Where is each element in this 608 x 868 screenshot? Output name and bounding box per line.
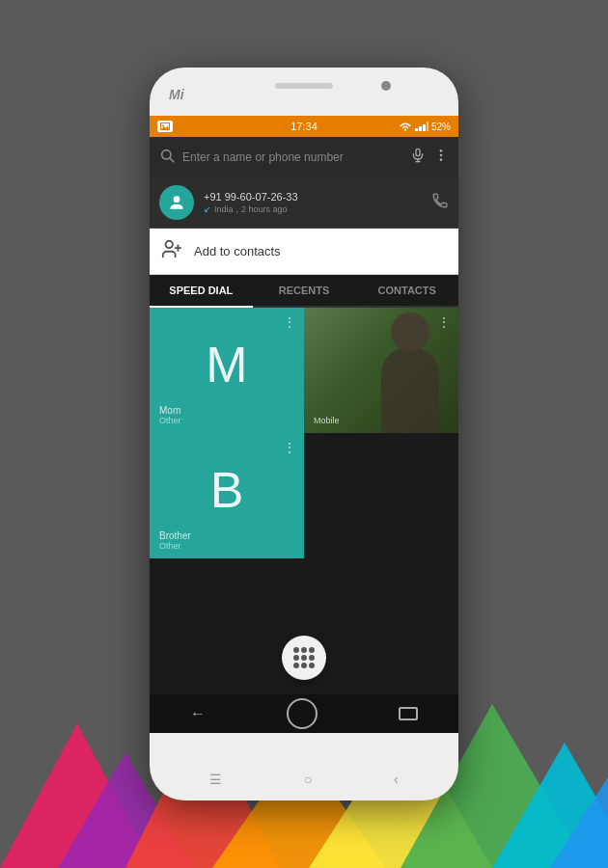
call-phone-icon[interactable]	[431, 192, 449, 213]
status-bar-left	[157, 121, 173, 132]
contact-avatar	[159, 185, 194, 220]
card-type-brother: Other	[159, 541, 294, 551]
empty-card	[304, 433, 458, 558]
svg-point-25	[174, 196, 180, 203]
svg-point-12	[404, 129, 406, 131]
menu-button[interactable]: ☰	[209, 772, 222, 787]
wifi-icon	[399, 122, 412, 131]
tab-speed-dial[interactable]: SPEED DIAL	[150, 275, 253, 306]
more-options-icon[interactable]	[433, 148, 449, 167]
home-button[interactable]	[287, 698, 318, 729]
physical-nav: ☰ ○ ‹	[150, 772, 458, 787]
svg-rect-13	[415, 128, 418, 131]
call-arrow: ↙	[204, 204, 211, 214]
speed-dial-grid: ⋮ M Mom Other ⋮ Mobile ⋮ B Brother Othe	[150, 308, 458, 558]
status-right: 52%	[399, 122, 451, 132]
dial-pad-button[interactable]	[282, 636, 326, 680]
svg-rect-14	[419, 126, 422, 131]
svg-point-22	[440, 149, 443, 152]
svg-rect-19	[416, 149, 420, 155]
add-contact-row[interactable]: Add to contacts	[150, 229, 458, 275]
card-type-photo: Mobile	[314, 416, 340, 425]
tab-contacts[interactable]: CONTACTS	[355, 275, 458, 306]
svg-rect-15	[423, 124, 426, 131]
call-location: India	[214, 204, 234, 214]
svg-line-18	[170, 158, 174, 162]
mi-logo: Mi	[169, 87, 184, 102]
phone-screen: 17:34 52%	[150, 116, 458, 733]
search-icon[interactable]	[159, 148, 175, 167]
card-letter-b: B	[210, 461, 244, 519]
speed-dial-card-brother[interactable]: ⋮ B Brother Other	[150, 433, 304, 558]
card-more-icon[interactable]: ⋮	[283, 315, 296, 329]
search-bar[interactable]: Enter a name or phone number	[150, 137, 458, 177]
svg-point-26	[166, 241, 173, 248]
nav-bar: ←	[150, 694, 458, 733]
search-placeholder[interactable]: Enter a name or phone number	[182, 150, 402, 164]
card-letter-m: M	[206, 336, 247, 393]
tab-recents[interactable]: RECENTS	[253, 275, 356, 306]
battery-level: 52%	[431, 122, 451, 132]
card-name-mom: Mom	[159, 405, 294, 416]
phone-device: Mi 17:34	[150, 68, 458, 800]
call-number: +91 99-60-07-26-33	[204, 191, 422, 203]
mic-icon[interactable]	[410, 148, 426, 167]
speed-dial-card-mom[interactable]: ⋮ M Mom Other	[150, 308, 304, 433]
call-detail: ↙ India , 2 hours ago	[204, 204, 422, 214]
svg-point-23	[440, 154, 443, 157]
physical-home-button[interactable]: ○	[304, 772, 312, 787]
dialpad-icon	[293, 647, 315, 668]
svg-point-24	[440, 158, 443, 161]
call-separator: ,	[236, 204, 239, 214]
speed-dial-card-photo[interactable]: ⋮ Mobile	[304, 308, 458, 433]
status-time: 17:34	[290, 121, 318, 132]
recent-call-item[interactable]: +91 99-60-07-26-33 ↙ India , 2 hours ago	[150, 177, 458, 229]
tabs-bar: SPEED DIAL RECENTS CONTACTS	[150, 275, 458, 308]
svg-rect-16	[427, 122, 428, 131]
card-name-brother: Brother	[159, 530, 294, 541]
recents-button[interactable]	[399, 707, 418, 720]
signal-icon	[415, 122, 428, 131]
call-info: +91 99-60-07-26-33 ↙ India , 2 hours ago	[204, 191, 422, 214]
phone-speaker	[275, 83, 333, 89]
svg-point-10	[162, 125, 164, 127]
status-bar: 17:34 52%	[150, 116, 458, 137]
card-more-icon-photo[interactable]: ⋮	[437, 315, 451, 329]
back-button[interactable]: ←	[190, 705, 206, 722]
status-icon	[157, 121, 173, 132]
card-more-icon-b[interactable]: ⋮	[283, 441, 296, 454]
back-physical-button[interactable]: ‹	[394, 772, 399, 787]
call-time: 2 hours ago	[241, 204, 288, 214]
add-contact-icon	[161, 238, 182, 264]
front-camera	[381, 81, 391, 91]
add-contact-label[interactable]: Add to contacts	[194, 244, 281, 258]
card-type-mom: Other	[159, 416, 294, 425]
